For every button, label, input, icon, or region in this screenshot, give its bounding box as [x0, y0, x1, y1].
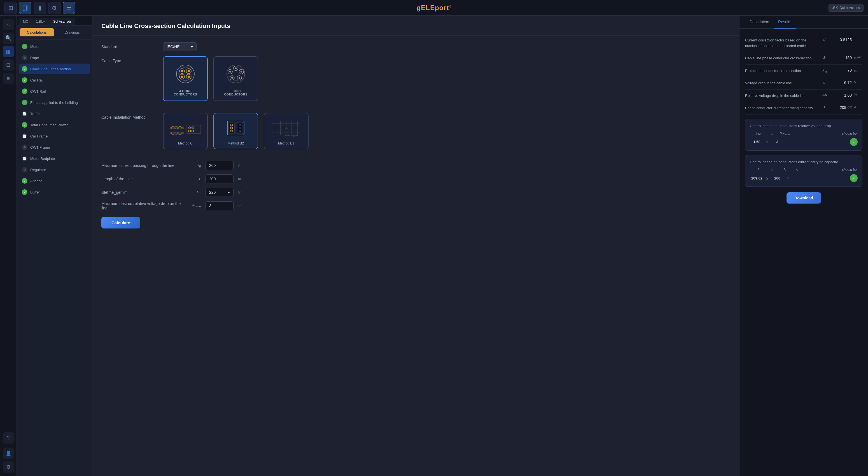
input-ib-row: Maximum current passing through the line… [101, 161, 730, 170]
calc-draw-tabs: Calculations Drawings [17, 26, 92, 39]
toolbar-grid-btn[interactable]: ⊞ [4, 2, 17, 14]
sidebar-layers-btn[interactable]: ⊟ [3, 59, 14, 70]
ch-pumax-label: %umax [777, 131, 794, 136]
input-ib-field[interactable] [206, 161, 234, 170]
nav-item-cable[interactable]: ✓ Cable Line Cross-section [19, 64, 90, 74]
nav-item-anchor[interactable]: ✓ Anchor [19, 176, 90, 186]
nav-sidebar: MC 1.Blok Sol Asansör Calculations Drawi… [17, 16, 92, 476]
check-total-power: ✓ [22, 122, 27, 128]
svg-point-19 [239, 77, 240, 79]
svg-point-25 [172, 126, 174, 129]
sidebar-search-btn[interactable]: 🔍 [3, 32, 14, 44]
nav-item-car-frame[interactable]: 📄 Car Frame [19, 131, 90, 141]
method-b2-img [217, 117, 254, 139]
ctrl-op2: ≥ [766, 176, 768, 180]
calculate-button[interactable]: Calculate [101, 217, 140, 228]
svg-point-18 [241, 71, 242, 72]
method-c-card[interactable]: & [163, 113, 208, 149]
nav-item-buffer[interactable]: ✓ Buffer [19, 187, 90, 197]
nav-item-car-rail[interactable]: ✓ Car Rail [19, 75, 90, 86]
ch-ib-unit: A [796, 168, 798, 171]
result-value-s: 150 [832, 56, 852, 60]
cable-4core-card[interactable]: 4 CORE CONDUCTORS [163, 56, 208, 101]
svg-point-34 [188, 130, 191, 132]
toolbar-column-btn[interactable]: ▮ [34, 2, 46, 14]
quick-actions-label: Quick Actions [839, 6, 860, 10]
input-l-label: Length of the Line [101, 177, 185, 181]
logo: gELEport® [416, 4, 452, 12]
method-b2-card[interactable]: Method B2 [213, 113, 258, 149]
toolbar-bracket-btn[interactable]: ⟦⟧ [19, 2, 31, 14]
nav-tab-sol[interactable]: Sol Asansör [49, 18, 75, 25]
cable-4core-img [168, 61, 203, 87]
input-l-field[interactable] [206, 174, 234, 183]
sidebar-user-btn[interactable]: 👤 [3, 448, 14, 459]
result-symbol-spe: SPE [819, 68, 830, 73]
ctrl-op1: ≤ [766, 140, 768, 144]
control-box-voltage: Control based on conductor's relative vo… [745, 119, 862, 151]
nav-tab-1blok[interactable]: 1.Blok [32, 18, 49, 25]
result-value-d: 0.8125 [832, 37, 852, 42]
nav-tab-mc[interactable]: MC [19, 18, 32, 25]
content-header: Cable Line Cross-section Calculation Inp… [92, 16, 739, 36]
quick-actions-shortcut: ⌘K [832, 6, 838, 10]
method-b2-label: Method B2 [217, 141, 254, 145]
icon-sidebar: ⌂ 🔍 ▦ ⊟ ≡ ? 👤 ⚙ [0, 16, 17, 476]
sidebar-home-btn[interactable]: ⌂ [3, 19, 14, 30]
sidebar-table-btn[interactable]: ▦ [3, 46, 14, 57]
toolbar-pin-btn[interactable]: ⚙ [48, 2, 60, 14]
svg-point-27 [179, 126, 181, 129]
control-header-current: I ≥ IB A should be. [750, 167, 858, 172]
ctrl-pumax-val: 3 [770, 140, 784, 144]
check-motor: ✓ [22, 44, 27, 49]
logo-dot: ® [449, 5, 452, 8]
nav-items: ✓ Motor ⚙ Rope ✓ Cable Line Cross-sectio… [17, 39, 92, 476]
nav-item-cwt-rail[interactable]: ✓ CWT Rail [19, 86, 90, 97]
ch-ib-label: IB [777, 167, 794, 172]
nav-label-anchor: Anchor [30, 179, 42, 183]
svg-point-29 [175, 132, 178, 135]
control-pass-2: ✓ [850, 174, 858, 182]
control-box-voltage-title: Control based on conductor's relative vo… [750, 124, 858, 128]
toolbar-rect-btn[interactable]: ▭ [63, 2, 75, 14]
method-b1-img: B1 D4m≤ v=φ(bm) [268, 117, 305, 139]
quick-actions-btn[interactable]: ⌘K Quick Actions [829, 4, 864, 12]
nav-label-motor: Motor [30, 44, 39, 49]
right-tab-description[interactable]: Description [745, 16, 774, 29]
input-l-unit: m [238, 177, 246, 181]
nav-label-total-power: Total Consumed Power [30, 123, 68, 127]
cable-5core-card[interactable]: 5 CORE CONDUCTORS [213, 56, 258, 101]
sidebar-help-btn[interactable]: ? [3, 432, 14, 444]
nav-item-motor[interactable]: ✓ Motor [19, 41, 90, 52]
nav-item-regulator[interactable]: ↺ Regulator [19, 164, 90, 175]
check-car-rail: ✓ [22, 77, 27, 83]
sidebar-settings-btn[interactable]: ⚙ [3, 462, 14, 473]
nav-item-forces[interactable]: ✓ Forces applied to the building [19, 97, 90, 108]
draw-tab[interactable]: Drawings [55, 28, 90, 36]
nav-item-rope[interactable]: ⚙ Rope [19, 52, 90, 63]
input-u0-dropdown[interactable]: 220 ▾ [206, 188, 234, 197]
sidebar-stack-btn[interactable]: ≡ [3, 73, 14, 84]
input-umax-field[interactable] [206, 201, 234, 210]
svg-point-39 [230, 124, 233, 126]
method-b1-label: Method B1 [268, 141, 305, 145]
nav-item-traffic[interactable]: 📄 Traffic [19, 108, 90, 119]
standard-value: IEC/HE [166, 44, 180, 49]
content-body: Standard IEC/HE ▾ Cable Type [92, 36, 739, 476]
nav-item-cwt-frame[interactable]: ⚙ CWT Frame [19, 142, 90, 153]
standard-dropdown[interactable]: IEC/HE ▾ [163, 42, 196, 51]
nav-label-cable: Cable Line Cross-section [30, 67, 71, 71]
calc-tab[interactable]: Calculations [20, 28, 54, 36]
right-tab-results[interactable]: Results [774, 16, 796, 29]
input-u0-symbol: U0 [190, 190, 201, 195]
download-button[interactable]: Download [786, 192, 821, 203]
nav-item-total-power[interactable]: ✓ Total Consumed Power [19, 120, 90, 130]
cable-5core-img [218, 61, 253, 87]
result-label-spe: Protection conductor cross-section [745, 68, 816, 74]
method-b1-card[interactable]: B1 D4m≤ v=φ(bm) Method B1 [264, 113, 309, 149]
svg-text:B1: B1 [284, 127, 287, 129]
nav-item-motor-bedplate[interactable]: 📄 Motor Bedplate [19, 153, 90, 164]
control-header-voltage: %u ≤ %umax should be. [750, 131, 858, 136]
ctrl-i-val: 209.62 [750, 176, 764, 180]
nav-label-regulator: Regulator [30, 168, 46, 172]
